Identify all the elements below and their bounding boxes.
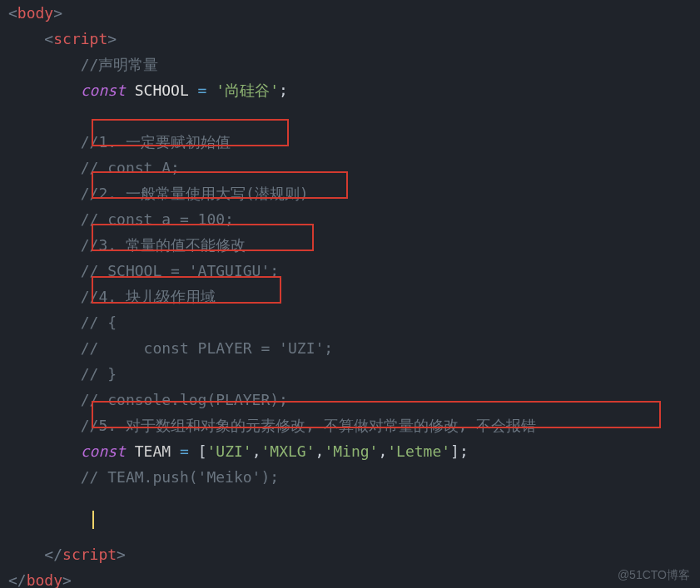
kw-const-1: const (81, 82, 126, 99)
eq-2: = (180, 442, 189, 460)
var-school: SCHOOL (135, 82, 189, 99)
highlight-box-2 (92, 171, 348, 199)
tag-script-close: script (62, 546, 117, 563)
str-school: '尚硅谷' (216, 82, 279, 99)
comment-4c: // const PLAYER = 'UZI'; (81, 339, 333, 357)
str-letme: 'Letme' (387, 442, 450, 460)
str-mxlg: 'MXLG' (261, 442, 315, 460)
highlight-box-3 (92, 224, 314, 251)
code-editor[interactable]: <body> <script> //声明常量 const SCHOOL = '尚… (0, 0, 700, 588)
tag-body-open: body (17, 4, 53, 22)
highlight-box-4 (92, 276, 281, 304)
eq-1: = (198, 82, 207, 99)
comment-declare: //声明常量 (81, 56, 159, 73)
comment-4b: // { (81, 314, 117, 331)
highlight-box-1 (92, 119, 289, 146)
tag-body-close: body (27, 571, 62, 588)
str-uzi: 'UZI' (206, 442, 251, 460)
text-cursor (92, 511, 94, 529)
comment-push: // TEAM.push('Meiko'); (81, 468, 279, 486)
tag-script-open: script (53, 30, 107, 47)
str-ming: 'Ming' (324, 442, 378, 460)
highlight-box-5 (92, 401, 661, 428)
kw-const-2: const (81, 442, 126, 460)
comment-4d: // } (81, 365, 117, 383)
var-team: TEAM (135, 442, 171, 460)
watermark: @51CTO博客 (618, 568, 690, 583)
